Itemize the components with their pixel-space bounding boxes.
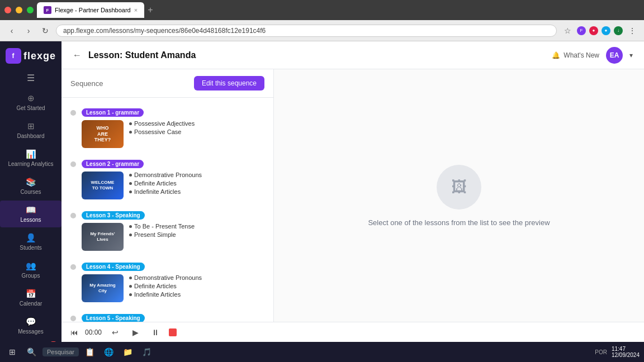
user-menu-chevron-icon[interactable]: ▾ (629, 51, 633, 59)
lesson-item-1[interactable]: Lesson 1 - grammar WHOARETHEY? Possessiv… (61, 102, 273, 154)
minimize-window-button[interactable] (16, 7, 22, 13)
logo-icon: f (6, 48, 21, 64)
taskbar-app-4[interactable]: 🎵 (139, 344, 155, 360)
bullet-icon (129, 174, 132, 177)
topic-text: Indefinite Articles (134, 188, 181, 195)
tab-title: Flexge - Partner Dashboard (55, 7, 131, 13)
sidebar-item-messages[interactable]: 💬 Messages (0, 312, 61, 339)
sidebar-item-label: Courses (20, 189, 41, 195)
lesson-item-5[interactable]: Lesson 5 - Speaking FITNESSANDWELLNESS P… (61, 308, 273, 322)
tab-close-icon[interactable]: × (134, 7, 138, 13)
taskbar-app-3[interactable]: 📁 (120, 344, 136, 360)
edit-sequence-button[interactable]: Edit this sequence (194, 76, 264, 90)
app-wrapper: f flexge ☰ ⊕ Get Started ⊞ Dashboard 📊 L… (0, 41, 644, 342)
topic-item: Indefinite Articles (129, 188, 202, 195)
play-button[interactable]: ▶ (129, 326, 142, 339)
sidebar-item-learning-analytics[interactable]: 📊 Learning Analytics (0, 145, 61, 172)
sidebar-toggle-button[interactable]: ☰ (27, 73, 35, 83)
topic-item: Demonstrative Pronouns (129, 274, 202, 281)
lesson-info: Lesson 1 - grammar WHOARETHEY? Possessiv… (82, 108, 264, 148)
reload-button[interactable]: ↻ (39, 25, 51, 37)
topic-item: Indefinite Articles (129, 291, 202, 298)
browser-tab[interactable]: F Flexge - Partner Dashboard × (37, 2, 144, 18)
lesson-tag-2: Lesson 2 - grammar (82, 160, 144, 168)
maximize-window-button[interactable] (27, 7, 34, 13)
restore-button[interactable]: ↩ (108, 326, 122, 339)
sidebar-item-placement-tests[interactable]: 📝 Placement Tests 2 (0, 340, 61, 342)
sidebar-item-courses[interactable]: 📚 Courses (0, 173, 61, 199)
window-controls[interactable] (4, 7, 34, 13)
sidebar-item-calendar[interactable]: 📅 Calendar (0, 284, 61, 311)
sidebar-item-label: Students (20, 245, 41, 251)
topic-text: Present Simple (134, 231, 176, 238)
thumb-placeholder: My Friends'Lives (82, 223, 124, 251)
groups-icon: 👥 (26, 261, 36, 271)
topic-text: To Be - Present Tense (134, 223, 195, 230)
lesson-thumbnail-4: My AmazingCity (82, 274, 124, 302)
lesson-item-3[interactable]: Lesson 3 - Speaking My Friends'Lives To … (61, 205, 273, 256)
bullet-icon (129, 285, 132, 288)
extension-icon-3[interactable]: ● (602, 26, 610, 35)
back-button[interactable]: ← (73, 50, 82, 60)
calendar-icon: 📅 (26, 289, 36, 299)
taskbar-app-1[interactable]: 📋 (82, 344, 98, 360)
lesson-dot (70, 161, 76, 167)
close-window-button[interactable] (4, 7, 11, 13)
user-avatar[interactable]: EA (606, 47, 623, 64)
pause-button[interactable]: ⏸ (149, 326, 162, 339)
topic-item: To Be - Present Tense (129, 223, 195, 230)
sidebar-item-label: Groups (22, 273, 40, 279)
main-content: ← Lesson: Student Amanda 🔔 What's New EA… (61, 41, 644, 342)
search-button[interactable]: 🔍 (23, 344, 39, 360)
sequence-header: Sequence Edit this sequence (61, 69, 273, 98)
lesson-info: Lesson 2 - grammar WELCOMETO TOWN Demons… (82, 159, 264, 199)
topic-item: Definite Articles (129, 283, 202, 289)
bookmark-icon[interactable]: ☆ (561, 25, 574, 37)
stop-button[interactable] (169, 328, 177, 336)
sidebar-item-label: Lessons (20, 217, 41, 223)
topic-text: Demonstrative Pronouns (134, 172, 202, 178)
taskbar-tray: POR 11:4712/09/2024 (595, 346, 640, 358)
topbar: ← Lesson: Student Amanda 🔔 What's New EA… (61, 41, 644, 69)
lesson-info: Lesson 3 - Speaking My Friends'Lives To … (82, 211, 264, 251)
address-bar[interactable]: app.flexge.com/lessons/my-sequences/86e0… (56, 25, 557, 37)
taskbar-app-2[interactable]: 🌐 (101, 344, 117, 360)
browser-chrome: F Flexge - Partner Dashboard × + (0, 0, 644, 20)
start-button[interactable]: ⊞ (4, 344, 20, 360)
lesson-topics-3: To Be - Present Tense Present Simple (129, 223, 195, 238)
placement-tests-badge: 2 (50, 341, 57, 342)
extension-icon-2[interactable]: ● (589, 26, 598, 35)
topic-item: Possessive Case (129, 128, 195, 135)
learning-analytics-icon: 📊 (26, 149, 36, 159)
search-bar[interactable]: Pesquisar (42, 347, 79, 356)
extension-icon-4[interactable]: ↓ (614, 26, 623, 35)
back-browser-button[interactable]: ‹ (6, 25, 18, 37)
lesson-thumbnail-2: WELCOMETO TOWN (82, 172, 124, 199)
thumb-placeholder: WELCOMETO TOWN (82, 172, 124, 199)
topic-text: Possessive Adjectives (134, 120, 195, 127)
sidebar-item-get-started[interactable]: ⊕ Get Started (0, 89, 61, 116)
sidebar-item-lessons[interactable]: 📖 Lessons (0, 201, 61, 227)
sidebar-item-label: Get Started (16, 105, 45, 111)
sequence-label: Sequence (70, 79, 103, 88)
tab-favicon: F (44, 6, 51, 14)
menu-button[interactable]: ⋮ (626, 25, 638, 37)
lesson-thumb-topics: My Friends'Lives To Be - Present Tense P… (82, 223, 264, 251)
new-tab-button[interactable]: + (148, 5, 153, 15)
whats-new-button[interactable]: 🔔 What's New (552, 51, 599, 59)
lesson-item-4[interactable]: Lesson 4 - Speaking My AmazingCity Demon… (61, 256, 273, 308)
forward-browser-button[interactable]: › (22, 25, 35, 37)
skip-back-icon[interactable]: ⏮ (70, 328, 78, 337)
sidebar-item-groups[interactable]: 👥 Groups (0, 256, 61, 283)
sidebar-item-dashboard[interactable]: ⊞ Dashboard (0, 117, 61, 144)
lesson-row: Lesson 2 - grammar WELCOMETO TOWN Demons… (70, 159, 264, 199)
lesson-item-2[interactable]: Lesson 2 - grammar WELCOMETO TOWN Demons… (61, 154, 273, 205)
lesson-row: Lesson 1 - grammar WHOARETHEY? Possessiv… (70, 108, 264, 148)
topic-item: Definite Articles (129, 180, 202, 187)
lessons-icon: 📖 (26, 205, 36, 215)
sidebar-item-students[interactable]: 👤 Students (0, 228, 61, 255)
lesson-row: Lesson 4 - Speaking My AmazingCity Demon… (70, 262, 264, 302)
taskbar-time: 11:4712/09/2024 (612, 346, 640, 358)
sidebar-item-label: Dashboard (17, 133, 45, 139)
extension-icon-1[interactable]: F (577, 26, 586, 35)
